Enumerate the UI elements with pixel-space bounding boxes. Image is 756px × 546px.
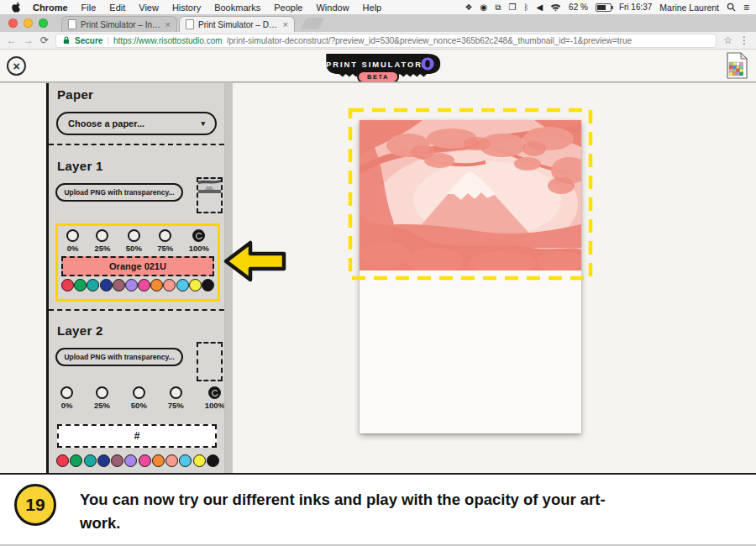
opacity-label: 25% (94, 244, 110, 253)
mirror-icon[interactable]: ❐ (508, 3, 516, 12)
opacity-radio-100[interactable] (208, 386, 221, 399)
print-simulator-logo: PRINT SIMULATOR BETA (314, 51, 442, 85)
opacity-radio-0[interactable] (66, 229, 79, 242)
menu-view[interactable]: View (132, 3, 165, 13)
opacity-radio-50[interactable] (133, 386, 145, 399)
site-header: × PRINT SIMULATOR BETA (0, 50, 756, 83)
status-dot-icon[interactable]: ◉ (480, 3, 488, 12)
layer1-ink-panel: 0%25%50%75%100% Orange 021U (55, 223, 220, 302)
color-chart-icon[interactable] (726, 52, 748, 79)
layer1-upload-button[interactable]: Upload PNG with transparency... (55, 183, 183, 202)
layer1-thumbnail-image (198, 179, 221, 193)
reload-icon[interactable]: ⟳ (40, 35, 49, 45)
paper-dropdown[interactable]: Choose a paper... ▾ (56, 112, 217, 135)
menu-window[interactable]: Window (309, 3, 355, 13)
browser-tab-2[interactable]: Print Simulator – Deconstruct...× (179, 16, 295, 32)
ink-swatch[interactable] (100, 279, 113, 291)
spotlight-search-icon[interactable] (727, 3, 736, 12)
opacity-label: 50% (131, 401, 147, 410)
ink-swatch[interactable] (61, 279, 74, 291)
opacity-radio-0[interactable] (60, 386, 73, 399)
ink-swatch[interactable] (165, 454, 178, 467)
layer2-upload-label: Upload PNG with transparency... (64, 353, 174, 361)
step-description-line1: You can now try our different inks and p… (80, 488, 710, 512)
opacity-radio-75[interactable] (170, 386, 182, 399)
ink-swatch[interactable] (56, 454, 69, 467)
ink-swatch[interactable] (163, 279, 176, 291)
menu-chrome[interactable]: Chrome (26, 3, 75, 13)
back-icon[interactable]: ← (7, 35, 17, 45)
browser-tab-1[interactable]: Print Simulator – Ink Shift – Ris...× (61, 16, 177, 32)
callout-arrow-icon (223, 240, 287, 282)
dropbox-icon[interactable]: ❖ (465, 3, 473, 12)
zoom-window-button[interactable] (39, 18, 48, 28)
forward-icon[interactable]: → (24, 35, 34, 45)
browser-menu-icon[interactable]: ⋮ (739, 34, 749, 46)
opacity-radio-100[interactable] (192, 229, 205, 242)
logo-title: PRINT SIMULATOR (326, 60, 423, 69)
ink-swatch[interactable] (202, 279, 214, 291)
bookmark-star-icon[interactable]: ☆ (723, 34, 732, 46)
ink-swatch[interactable] (152, 454, 165, 467)
ink-swatch[interactable] (189, 279, 202, 291)
menu-edit[interactable]: Edit (102, 3, 132, 13)
opacity-radio-25[interactable] (96, 386, 108, 399)
bluetooth-icon[interactable]: ᛒ (523, 3, 528, 12)
opacity-radio-25[interactable] (96, 229, 108, 242)
opacity-label: 100% (205, 401, 225, 410)
paper-dropdown-label: Choose a paper... (68, 118, 144, 129)
ink-swatch[interactable] (176, 279, 189, 291)
ink-swatch[interactable] (125, 279, 138, 291)
ink-swatch[interactable] (70, 454, 82, 467)
layer2-thumbnail-empty[interactable] (197, 342, 223, 381)
window-controls (8, 18, 48, 28)
ink-swatch[interactable] (150, 279, 163, 291)
ink-swatch[interactable] (84, 454, 97, 467)
layer1-thumbnail[interactable] (197, 177, 223, 213)
apple-icon[interactable] (10, 2, 21, 13)
menu-bookmarks[interactable]: Bookmarks (207, 3, 267, 13)
layer2-hex-input[interactable]: # (57, 424, 217, 448)
displays-icon[interactable]: ⧉ (495, 3, 501, 12)
ink-swatch[interactable] (87, 279, 99, 291)
menubar-user[interactable]: Marine Laurent (659, 3, 719, 13)
volume-icon[interactable]: ◀ (536, 3, 543, 12)
tab-close-icon[interactable]: × (283, 20, 288, 29)
layer2-upload-button[interactable]: Upload PNG with transparency... (55, 348, 183, 366)
opacity-label: 0% (61, 401, 73, 410)
menu-people[interactable]: People (267, 3, 309, 13)
ink-swatch[interactable] (179, 454, 192, 467)
notification-center-icon[interactable]: ≡ (743, 3, 749, 13)
ink-swatch[interactable] (138, 279, 150, 291)
opacity-radio-75[interactable] (159, 229, 171, 242)
new-tab-button[interactable] (300, 18, 324, 29)
layer2-opacity-group: 0%25%50%75%100% (55, 386, 230, 410)
battery-icon[interactable] (596, 3, 612, 12)
step-description-line2: work. (80, 512, 710, 535)
chevron-down-icon: ▾ (201, 119, 205, 128)
ink-swatch[interactable] (97, 454, 110, 467)
close-simulator-button[interactable]: × (7, 56, 26, 76)
section-divider (49, 144, 233, 145)
minimize-window-button[interactable] (24, 18, 33, 28)
ink-swatch[interactable] (111, 454, 123, 467)
artwork-fuji-image[interactable] (360, 120, 581, 270)
ink-swatch[interactable] (113, 279, 125, 291)
url-origin: https://www.risottostudio.com (113, 36, 223, 45)
menu-history[interactable]: History (165, 3, 207, 13)
tab-close-icon[interactable]: × (165, 20, 171, 29)
ink-swatch[interactable] (74, 279, 87, 291)
opacity-radio-50[interactable] (128, 229, 140, 242)
close-window-button[interactable] (8, 18, 18, 28)
wifi-icon[interactable] (550, 3, 561, 12)
ink-swatch[interactable] (139, 454, 151, 467)
secure-label: Secure (75, 36, 102, 45)
layer1-ink-label[interactable]: Orange 021U (61, 256, 214, 276)
url-field[interactable]: Secure | https://www.risottostudio.com /… (55, 34, 717, 48)
ink-swatch[interactable] (193, 454, 206, 467)
ink-swatch[interactable] (124, 454, 137, 467)
menu-help[interactable]: Help (356, 3, 389, 13)
ink-swatch[interactable] (207, 454, 219, 467)
menu-file[interactable]: File (75, 3, 103, 13)
menubar-clock[interactable]: Fri 16:37 (619, 3, 652, 12)
